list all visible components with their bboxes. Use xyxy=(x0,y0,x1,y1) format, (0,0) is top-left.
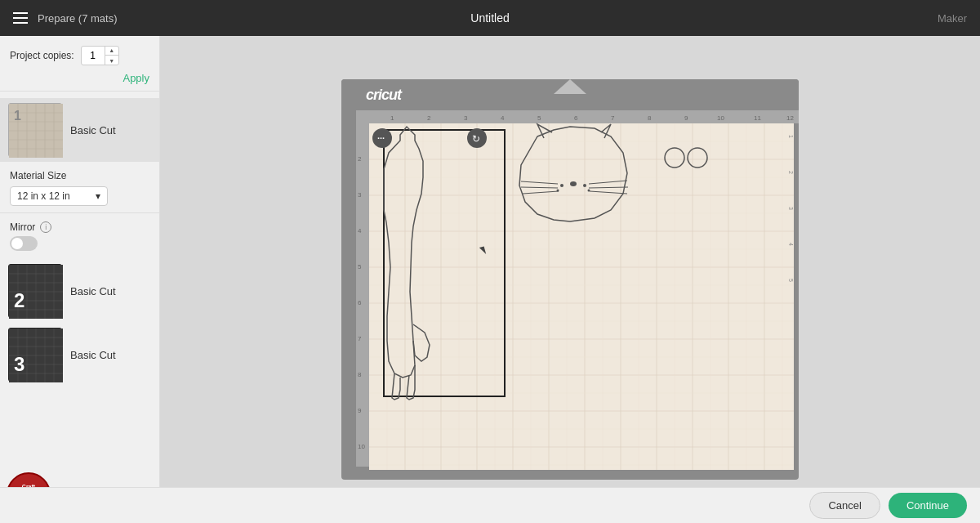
svg-text:···: ··· xyxy=(377,133,385,143)
mat-item-3[interactable]: 3 Basic Cut xyxy=(0,323,159,387)
svg-text:4: 4 xyxy=(501,114,505,122)
svg-text:8: 8 xyxy=(648,114,652,122)
svg-text:cricut: cricut xyxy=(366,87,403,103)
copies-arrows: ▲ ▼ xyxy=(105,46,118,65)
svg-text:7: 7 xyxy=(611,114,615,122)
svg-rect-53 xyxy=(356,123,369,467)
svg-text:6: 6 xyxy=(574,114,578,122)
svg-point-109 xyxy=(583,184,586,187)
main-content: cricut 1 2 3 4 5 6 7 8 9 10 11 12 2 3 4 … xyxy=(160,36,980,523)
svg-text:↻: ↻ xyxy=(472,133,480,145)
svg-text:8: 8 xyxy=(358,371,362,378)
mat-item-1[interactable]: 1 Basic Cut xyxy=(0,98,159,162)
svg-text:1: 1 xyxy=(788,135,794,138)
mirror-label: Mirror xyxy=(10,221,35,233)
mirror-section: Mirror i xyxy=(0,213,159,259)
svg-text:10: 10 xyxy=(717,114,724,122)
sidebar: Project copies: ▲ ▼ Apply xyxy=(0,36,160,523)
mat-thumb-svg-2: 2 xyxy=(9,265,63,319)
mat-label-2: Basic Cut xyxy=(70,285,116,297)
project-copies-row: Project copies: ▲ ▼ xyxy=(10,46,149,65)
mat-thumbnail-3: 3 xyxy=(8,328,62,382)
cancel-button[interactable]: Cancel xyxy=(809,492,880,519)
svg-text:7: 7 xyxy=(358,335,362,342)
mat-thumb-svg-3: 3 xyxy=(9,329,63,382)
material-size-label: Material Size xyxy=(10,170,149,181)
sidebar-top: Project copies: ▲ ▼ Apply xyxy=(0,36,159,92)
mat-label-3: Basic Cut xyxy=(70,349,116,361)
info-icon[interactable]: i xyxy=(40,221,51,233)
svg-text:5: 5 xyxy=(537,114,541,122)
dropdown-arrow-icon: ▾ xyxy=(96,190,100,202)
mirror-row: Mirror i xyxy=(10,221,149,233)
svg-text:3: 3 xyxy=(14,353,24,375)
mat-label-1: Basic Cut xyxy=(70,124,116,136)
svg-rect-63 xyxy=(369,123,794,470)
svg-text:2: 2 xyxy=(14,289,24,311)
svg-text:2: 2 xyxy=(358,155,362,163)
material-size-select[interactable]: 12 in x 12 in ▾ xyxy=(10,186,108,206)
page-title: Untitled xyxy=(470,11,509,25)
apply-row: Apply xyxy=(10,72,149,84)
copies-input-group[interactable]: ▲ ▼ xyxy=(81,46,119,65)
header-right: Maker xyxy=(938,11,967,25)
prepare-label: Prepare (7 mats) xyxy=(38,12,118,25)
svg-text:10: 10 xyxy=(358,443,365,450)
copies-down-arrow[interactable]: ▼ xyxy=(105,56,118,65)
material-size-value: 12 in x 12 in xyxy=(17,190,70,202)
mat-list: 1 Basic Cut Material Size 12 in x 12 in … xyxy=(0,92,159,503)
mat-thumb-svg-1: 1 xyxy=(9,104,63,158)
svg-text:5: 5 xyxy=(788,279,794,282)
svg-text:2: 2 xyxy=(427,114,431,122)
svg-text:5: 5 xyxy=(358,263,362,270)
svg-text:3: 3 xyxy=(464,114,468,122)
continue-button[interactable]: Continue xyxy=(889,493,967,518)
mat-thumbnail-1: 1 xyxy=(8,103,62,157)
svg-text:4: 4 xyxy=(358,227,362,235)
header-left: Prepare (7 mats) xyxy=(13,12,118,25)
menu-icon[interactable] xyxy=(13,12,28,24)
svg-text:1: 1 xyxy=(390,114,394,122)
mat-canvas-wrapper: cricut 1 2 3 4 5 6 7 8 9 10 11 12 2 3 4 … xyxy=(341,79,799,480)
bottom-bar: Cancel Continue xyxy=(0,487,980,523)
svg-text:1: 1 xyxy=(14,109,21,123)
copies-input[interactable] xyxy=(82,50,105,61)
project-copies-label: Project copies: xyxy=(10,50,74,61)
svg-text:2: 2 xyxy=(788,171,794,174)
svg-text:4: 4 xyxy=(788,243,794,246)
mat-canvas-svg: cricut 1 2 3 4 5 6 7 8 9 10 11 12 2 3 4 … xyxy=(341,79,799,480)
mirror-toggle[interactable] xyxy=(10,236,38,251)
header: Prepare (7 mats) Untitled Maker xyxy=(0,0,980,36)
svg-text:9: 9 xyxy=(358,407,362,414)
svg-text:12: 12 xyxy=(786,114,794,122)
mat-thumbnail-2: 2 xyxy=(8,264,62,318)
material-size-section: Material Size 12 in x 12 in ▾ xyxy=(0,162,159,213)
apply-button[interactable]: Apply xyxy=(122,72,149,84)
svg-text:11: 11 xyxy=(754,114,761,122)
copies-up-arrow[interactable]: ▲ xyxy=(105,46,118,56)
svg-point-107 xyxy=(570,181,577,186)
header-center: Untitled xyxy=(470,11,509,25)
svg-point-108 xyxy=(560,184,564,187)
svg-text:3: 3 xyxy=(358,191,362,199)
mat-item-2[interactable]: 2 Basic Cut xyxy=(0,259,159,323)
maker-label: Maker xyxy=(938,12,967,25)
svg-text:3: 3 xyxy=(788,207,794,210)
svg-text:9: 9 xyxy=(684,114,688,122)
svg-text:6: 6 xyxy=(358,299,362,306)
